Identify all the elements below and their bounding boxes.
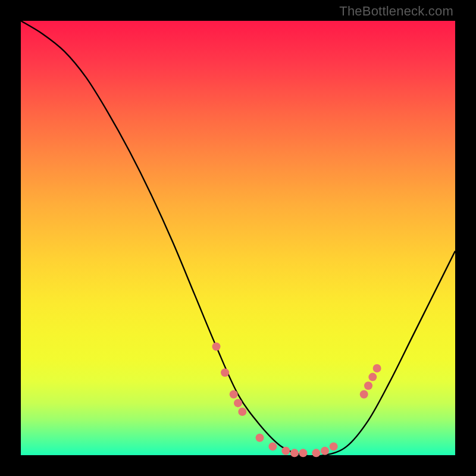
scatter-points <box>212 343 381 458</box>
bottleneck-curve <box>21 21 455 456</box>
scatter-point <box>368 373 377 381</box>
chart-frame <box>21 21 455 455</box>
scatter-point <box>330 442 338 450</box>
scatter-point <box>290 449 299 457</box>
scatter-point <box>238 408 246 416</box>
chart-svg <box>21 21 455 455</box>
scatter-point <box>364 381 372 390</box>
scatter-point <box>281 447 290 455</box>
scatter-point <box>234 399 242 407</box>
scatter-point <box>373 364 381 372</box>
scatter-point <box>299 449 308 457</box>
scatter-point <box>230 390 238 399</box>
scatter-point <box>268 442 277 450</box>
scatter-point <box>360 390 368 399</box>
watermark-text: TheBottleneck.com <box>339 4 453 19</box>
scatter-point <box>212 343 221 351</box>
scatter-point <box>321 447 329 455</box>
scatter-point <box>312 449 320 457</box>
scatter-point <box>256 434 264 442</box>
scatter-point <box>221 368 229 377</box>
